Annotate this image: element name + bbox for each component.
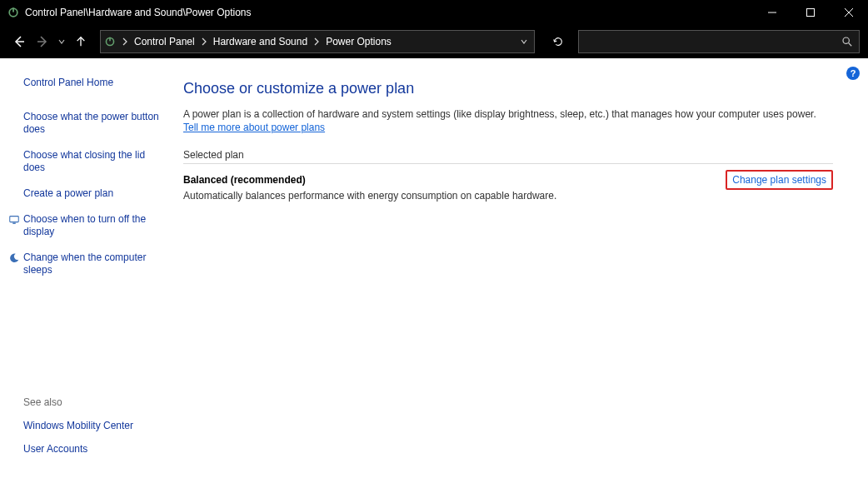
sidebar-link-lid[interactable]: Choose what closing the lid does: [23, 149, 165, 174]
sidebar-link-display-off[interactable]: Choose when to turn off the display: [23, 213, 165, 238]
chevron-right-icon[interactable]: [198, 37, 210, 46]
plan-row: Balanced (recommended) Automatically bal…: [183, 174, 833, 202]
navbar: Control Panel Hardware and Sound Power O…: [0, 25, 868, 58]
section-label: Selected plan: [183, 149, 833, 164]
learn-more-link[interactable]: Tell me more about power plans: [183, 122, 325, 133]
search-input[interactable]: [579, 36, 836, 47]
plan-link-wrap: Change plan settings: [726, 174, 833, 186]
see-also-block: See also Windows Mobility Center User Ac…: [23, 396, 165, 483]
svg-point-11: [843, 37, 849, 43]
history-dropdown[interactable]: [57, 38, 67, 45]
page-heading: Choose or customize a power plan: [183, 80, 858, 97]
page-description-text: A power plan is a collection of hardware…: [183, 108, 816, 120]
breadcrumb-seg-2[interactable]: Power Options: [322, 36, 395, 47]
moon-icon: [8, 252, 20, 264]
svg-rect-14: [12, 223, 16, 224]
up-button[interactable]: [72, 32, 90, 51]
search-icon[interactable]: [836, 36, 859, 47]
plan-description: Automatically balances performance with …: [183, 190, 556, 202]
power-icon: [7, 6, 20, 19]
forward-button[interactable]: [33, 32, 52, 51]
sidebar-item-label: Choose when to turn off the display: [23, 213, 146, 237]
svg-rect-3: [807, 9, 815, 17]
sidebar-link-power-button[interactable]: Choose what the power button does: [23, 111, 165, 136]
sidebar-home-link[interactable]: Control Panel Home: [23, 77, 165, 89]
see-also-mobility[interactable]: Windows Mobility Center: [23, 420, 165, 431]
page-description: A power plan is a collection of hardware…: [183, 107, 833, 134]
sidebar-link-create-plan[interactable]: Create a power plan: [23, 187, 165, 200]
svg-rect-1: [12, 7, 14, 12]
plan-info: Balanced (recommended) Automatically bal…: [183, 174, 556, 202]
window-controls: [753, 0, 868, 25]
minimize-button[interactable]: [753, 0, 791, 25]
change-plan-settings-link[interactable]: Change plan settings: [726, 170, 833, 190]
address-bar[interactable]: Control Panel Hardware and Sound Power O…: [100, 30, 535, 53]
plan-title: Balanced (recommended): [183, 174, 556, 186]
sidebar-link-sleep[interactable]: Change when the computer sleeps: [23, 251, 165, 276]
close-button[interactable]: [830, 0, 868, 25]
main-panel: Choose or customize a power plan A power…: [175, 58, 868, 493]
svg-line-12: [849, 43, 852, 47]
refresh-button[interactable]: [546, 30, 570, 53]
breadcrumb-seg-0[interactable]: Control Panel: [131, 36, 198, 47]
content-area: ? Control Panel Home Choose what the pow…: [0, 58, 868, 493]
back-button[interactable]: [10, 32, 28, 51]
window-title: Control Panel\Hardware and Sound\Power O…: [25, 7, 753, 18]
search-box[interactable]: [578, 30, 860, 53]
chevron-right-icon[interactable]: [311, 37, 322, 46]
titlebar: Control Panel\Hardware and Sound\Power O…: [0, 0, 868, 25]
breadcrumb-seg-1[interactable]: Hardware and Sound: [210, 36, 311, 47]
see-also-label: See also: [23, 396, 165, 408]
display-icon: [8, 214, 20, 226]
sidebar-item-label: Change when the computer sleeps: [23, 251, 146, 276]
address-dropdown[interactable]: [514, 38, 534, 45]
power-location-icon: [101, 36, 119, 47]
chevron-right-icon[interactable]: [119, 37, 131, 46]
svg-rect-13: [10, 217, 19, 222]
svg-rect-10: [109, 37, 111, 42]
maximize-button[interactable]: [791, 0, 830, 25]
sidebar: Control Panel Home Choose what the power…: [0, 58, 175, 493]
see-also-user-accounts[interactable]: User Accounts: [23, 443, 165, 455]
